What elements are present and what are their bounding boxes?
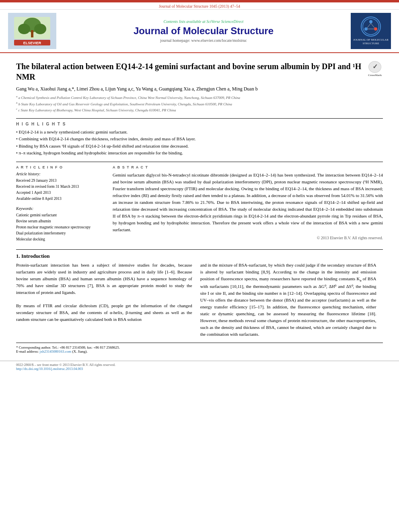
crossmark-label: CrossMark xyxy=(368,74,382,77)
article-title-text: The bilateral action between EQ14-2-14 g… xyxy=(16,61,363,82)
divider-3 xyxy=(16,249,383,250)
svg-text:ELSEVIER: ELSEVIER xyxy=(23,41,41,45)
crossmark-icon: ✓ xyxy=(368,61,381,73)
authors-line: Gang Wu a, Xiaohui Jiang a,*, Limei Zhou… xyxy=(16,86,383,92)
logo-right-text: JOURNAL OF MOLECULAR STRUCTURE xyxy=(352,38,389,45)
sciverse-link[interactable]: SciVerse ScienceDirect xyxy=(206,19,243,24)
footnote-email-name: (X. Jiang). xyxy=(72,349,87,353)
divider-1 xyxy=(16,118,383,119)
footer-doi-link[interactable]: http://dx.doi.org/10.1016/j.molstruc.201… xyxy=(16,367,83,371)
history-online: Available online 8 April 2013 xyxy=(16,196,105,202)
intro-section-title: 1. Introduction xyxy=(16,253,383,259)
keywords-label: Keywords: xyxy=(16,206,105,211)
keyword-4: Dual polarization interferometry xyxy=(16,230,105,236)
intro-right-col: and in the mixture of BSA-surfactant, by… xyxy=(200,262,376,338)
keyword-3: Proton nuclear magnetic resonance spectr… xyxy=(16,224,105,230)
history-label: Article history: xyxy=(16,172,105,176)
divider-2 xyxy=(16,162,383,162)
keywords-block: Keywords: Cationic gemini surfactant Bov… xyxy=(16,206,105,243)
intro-left-col: Protein-surfactant interaction has been … xyxy=(16,262,192,338)
highlights-list: EQ14-2-14 is a newly synthesized cationi… xyxy=(16,129,383,157)
affiliation-c: c c State Key Laboratory of Biotherapy, … xyxy=(16,107,383,113)
journal-header-main: ELSEVIER Contents lists available at Sci… xyxy=(0,10,399,53)
footer-doi: http://dx.doi.org/10.1016/j.molstruc.201… xyxy=(16,367,383,371)
footnote-area: * Corresponding author. Tel.: +86 817 23… xyxy=(16,343,383,353)
keyword-1: Cationic gemini surfactant xyxy=(16,212,105,218)
svg-point-9 xyxy=(364,27,368,31)
footer-bar: 0022-2860/$ – see front matter © 2013 El… xyxy=(0,361,399,372)
footnote-corresponding: * Corresponding author. Tel.: +86 817 23… xyxy=(16,345,383,349)
history-received: Received 29 January 2013 xyxy=(16,178,105,184)
svg-line-12 xyxy=(371,23,374,28)
journal-homepage: journal homepage: www.elsevier.com/locat… xyxy=(56,38,351,43)
main-content: The bilateral action between EQ14-2-14 g… xyxy=(0,53,399,357)
crossmark-badge: ✓ CrossMark xyxy=(367,61,383,77)
footnote-email: E-mail address: jxh23145080163.com (X. J… xyxy=(16,349,383,353)
highlight-item-3: Binding by BSA causes ¹H signals of EQ14… xyxy=(16,143,383,150)
journal-header-top: Journal of Molecular Structure 1045 (201… xyxy=(0,2,399,10)
svg-line-11 xyxy=(367,23,371,28)
svg-point-2 xyxy=(18,24,30,34)
highlight-item-1: EQ14-2-14 is a newly synthesized cationi… xyxy=(16,129,383,136)
intro-left-text-2: By means of FTIR and circular dichroism … xyxy=(16,302,192,323)
journal-title-center: Contents lists available at SciVerse Sci… xyxy=(56,19,351,43)
intro-right-text: and in the mixture of BSA-surfactant, by… xyxy=(200,262,376,338)
journal-logo-right: JOURNAL OF MOLECULAR STRUCTURE xyxy=(351,13,391,49)
abstract-text: Gemini surfactant diglycol bis-N-tetrade… xyxy=(113,172,383,233)
info-abstract-cols: A R T I C L E I N F O Article history: R… xyxy=(16,165,383,243)
keyword-2: Bovine serum albumin xyxy=(16,218,105,224)
svg-point-8 xyxy=(369,20,372,23)
article-title-block: The bilateral action between EQ14-2-14 g… xyxy=(16,61,383,82)
affiliations-block: a a Chemical Synthesis and Pollution Con… xyxy=(16,94,383,113)
article-info-heading: A R T I C L E I N F O xyxy=(16,165,105,169)
intro-left-text: Protein-surfactant interaction has been … xyxy=(16,262,192,296)
highlight-item-2: Combining with EQ14-2-14 changes the thi… xyxy=(16,136,383,143)
introduction-section: 1. Introduction Protein-surfactant inter… xyxy=(16,253,383,338)
elsevier-logo: ELSEVIER xyxy=(8,13,56,49)
abstract-copyright: © 2013 Elsevier B.V. All rights reserved… xyxy=(113,236,383,240)
abstract-heading: A B S T R A C T xyxy=(113,165,383,169)
affiliation-b: b b State Key Laboratory of Oil and Gas … xyxy=(16,101,383,107)
journal-main-title: Journal of Molecular Structure xyxy=(56,25,351,37)
sciverse-text: Contents lists available at SciVerse Sci… xyxy=(56,19,351,24)
footer-issn: 0022-2860/$ – see front matter © 2013 El… xyxy=(16,363,383,367)
highlights-section: H I G H L I G H T S EQ14-2-14 is a newly… xyxy=(16,122,383,157)
history-revised: Received in revised form 31 March 2013 xyxy=(16,184,105,190)
footnote-email-address[interactable]: jxh23145080163.com xyxy=(39,349,71,353)
abstract-col: A B S T R A C T Gemini surfactant diglyc… xyxy=(113,165,383,243)
affiliation-a: a a Chemical Synthesis and Pollution Con… xyxy=(16,94,383,101)
history-accepted: Accepted 1 April 2013 xyxy=(16,190,105,196)
intro-body-cols: Protein-surfactant interaction has been … xyxy=(16,262,383,338)
article-info-col: A R T I C L E I N F O Article history: R… xyxy=(16,165,105,243)
footnote-email-label: E-mail address: xyxy=(16,349,39,353)
svg-rect-4 xyxy=(31,30,33,37)
svg-point-3 xyxy=(34,24,46,34)
keyword-5: Molecular docking xyxy=(16,236,105,242)
svg-point-10 xyxy=(374,27,377,31)
highlight-item-4: π–π stacking, hydrogen bonding and hydro… xyxy=(16,150,383,157)
highlights-heading: H I G H L I G H T S xyxy=(16,122,383,126)
molecular-structure-icon xyxy=(361,16,381,37)
article-history-block: Article history: Received 29 January 201… xyxy=(16,172,105,202)
journal-volume-info: Journal of Molecular Structure 1045 (201… xyxy=(159,4,240,8)
